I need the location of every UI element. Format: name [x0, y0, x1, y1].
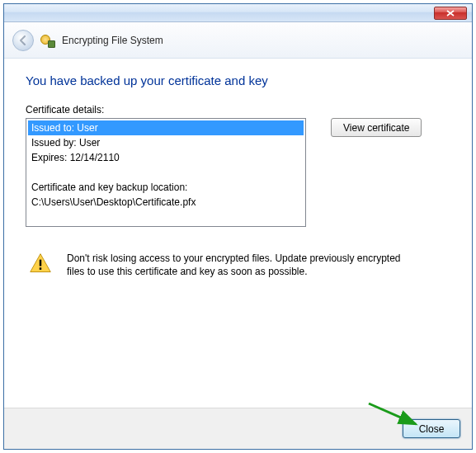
- cert-backup-path[interactable]: C:\Users\User\Desktop\Certificate.pfx: [28, 195, 304, 210]
- wizard-header: Encrypting File System: [4, 22, 472, 59]
- cert-issued-to[interactable]: Issued to: User: [28, 120, 304, 135]
- close-button[interactable]: Close: [403, 419, 460, 438]
- cert-issued-by[interactable]: Issued by: User: [28, 135, 304, 150]
- header-title: Encrypting File System: [62, 35, 163, 46]
- cert-blank: [28, 165, 304, 180]
- efs-icon: [40, 33, 55, 48]
- content-area: You have backed up your certificate and …: [4, 59, 472, 408]
- window-close-button[interactable]: [434, 7, 467, 20]
- close-icon: [446, 10, 455, 17]
- efs-wizard-window: Encrypting File System You have backed u…: [3, 3, 473, 450]
- warning-text: Don't risk losing access to your encrypt…: [67, 252, 413, 278]
- svg-rect-0: [40, 260, 41, 267]
- certificate-details-label: Certificate details:: [26, 104, 450, 116]
- back-button[interactable]: [12, 30, 34, 51]
- warning-icon: [29, 252, 52, 275]
- cert-expires[interactable]: Expires: 12/14/2110: [28, 150, 304, 165]
- back-arrow-icon: [17, 35, 29, 46]
- warning-row: Don't risk losing access to your encrypt…: [26, 252, 450, 278]
- footer: Close: [4, 408, 472, 449]
- titlebar: [4, 4, 472, 22]
- svg-rect-1: [40, 267, 41, 270]
- cert-backup-label[interactable]: Certificate and key backup location:: [28, 180, 304, 195]
- certificate-details-box[interactable]: Issued to: User Issued by: User Expires:…: [26, 118, 306, 227]
- page-title: You have backed up your certificate and …: [26, 73, 450, 87]
- view-certificate-button[interactable]: View certificate: [331, 118, 422, 137]
